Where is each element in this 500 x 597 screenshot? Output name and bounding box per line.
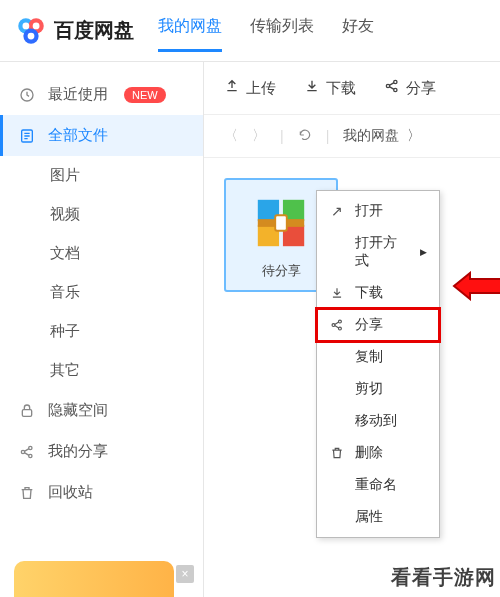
open-icon: ↗: [329, 203, 345, 219]
trash-icon: [18, 484, 36, 502]
menu-label: 移动到: [355, 412, 397, 430]
download-icon: [329, 286, 345, 300]
menu-rename[interactable]: 重命名: [317, 469, 439, 501]
download-label: 下载: [326, 79, 356, 98]
menu-label: 删除: [355, 444, 383, 462]
crumb-root: 我的网盘: [343, 127, 399, 145]
ad-banner[interactable]: [14, 561, 174, 597]
nav-back-icon[interactable]: 〈: [224, 127, 238, 145]
app-logo: 百度网盘: [14, 14, 134, 48]
svg-rect-20: [275, 215, 287, 230]
share-icon: [329, 318, 345, 332]
menu-label: 重命名: [355, 476, 397, 494]
svg-point-4: [33, 22, 40, 29]
ad-close-icon[interactable]: ×: [176, 565, 194, 583]
menu-label: 复制: [355, 348, 383, 366]
toolbar: 上传 下载 分享: [204, 62, 500, 115]
svg-point-5: [28, 32, 35, 39]
share-button[interactable]: 分享: [384, 78, 436, 98]
sidebar-label-my-share: 我的分享: [48, 442, 108, 461]
menu-open-with[interactable]: 打开方式: [317, 227, 439, 277]
sidebar-sub-images[interactable]: 图片: [0, 156, 203, 195]
sidebar-sub-music[interactable]: 音乐: [0, 273, 203, 312]
sidebar-label-hidden: 隐藏空间: [48, 401, 108, 420]
menu-label: 剪切: [355, 380, 383, 398]
menu-label: 打开: [355, 202, 383, 220]
upload-icon: [224, 78, 240, 98]
share-icon: [18, 443, 36, 461]
sidebar-label-all-files: 全部文件: [48, 126, 108, 145]
list-icon: [18, 127, 36, 145]
menu-move-to[interactable]: 移动到: [317, 405, 439, 437]
refresh-icon[interactable]: [298, 128, 312, 145]
download-button[interactable]: 下载: [304, 78, 356, 98]
menu-label: 属性: [355, 508, 383, 526]
menu-open[interactable]: ↗ 打开: [317, 195, 439, 227]
tab-my-disk[interactable]: 我的网盘: [158, 10, 222, 52]
sidebar-item-recent[interactable]: 最近使用 NEW: [0, 74, 203, 115]
trash-icon: [329, 446, 345, 460]
menu-properties[interactable]: 属性: [317, 501, 439, 533]
nav-forward-icon[interactable]: 〉: [252, 127, 266, 145]
svg-rect-8: [22, 409, 31, 416]
upload-label: 上传: [246, 79, 276, 98]
watermark: 看看手游网: [391, 564, 496, 591]
sidebar-item-recycle[interactable]: 回收站: [0, 472, 203, 513]
menu-label: 打开方式: [355, 234, 410, 270]
chevron-right-icon: 〉: [407, 127, 421, 145]
svg-point-3: [23, 22, 30, 29]
lock-icon: [18, 402, 36, 420]
sidebar-sub-video[interactable]: 视频: [0, 195, 203, 234]
main-tabs: 我的网盘 传输列表 好友: [158, 10, 374, 52]
sidebar: 最近使用 NEW 全部文件 图片 视频 文档 音乐 种子 其它 隐藏空间 我的分…: [0, 62, 204, 597]
tab-transfers[interactable]: 传输列表: [250, 10, 314, 52]
annotation-arrow-icon: [452, 271, 500, 304]
clock-icon: [18, 86, 36, 104]
divider: |: [326, 128, 330, 144]
sidebar-item-all-files[interactable]: 全部文件: [0, 115, 203, 156]
main-panel: 上传 下载 分享 〈 〉 | | 我: [204, 62, 500, 597]
menu-delete[interactable]: 删除: [317, 437, 439, 469]
sidebar-sub-other[interactable]: 其它: [0, 351, 203, 390]
sidebar-item-my-share[interactable]: 我的分享: [0, 431, 203, 472]
sidebar-sub-docs[interactable]: 文档: [0, 234, 203, 273]
logo-icon: [14, 14, 48, 48]
sidebar-label-recent: 最近使用: [48, 85, 108, 104]
header: 百度网盘 我的网盘 传输列表 好友: [0, 0, 500, 62]
breadcrumb-bar: 〈 〉 | | 我的网盘 〉: [204, 115, 500, 158]
menu-label: 分享: [355, 316, 383, 334]
file-grid: 待分享 ↗ 打开 打开方式 下载: [204, 158, 500, 597]
divider: |: [280, 128, 284, 144]
tab-friends[interactable]: 好友: [342, 10, 374, 52]
new-badge: NEW: [124, 87, 166, 103]
upload-button[interactable]: 上传: [224, 78, 276, 98]
share-label: 分享: [406, 79, 436, 98]
share-icon: [384, 78, 400, 98]
file-name: 待分享: [262, 262, 301, 280]
menu-download[interactable]: 下载: [317, 277, 439, 309]
menu-copy[interactable]: 复制: [317, 341, 439, 373]
context-menu: ↗ 打开 打开方式 下载 分享: [316, 190, 440, 538]
menu-share[interactable]: 分享: [317, 309, 439, 341]
archive-icon: [252, 194, 310, 252]
sidebar-sub-torrent[interactable]: 种子: [0, 312, 203, 351]
logo-text: 百度网盘: [54, 17, 134, 44]
menu-cut[interactable]: 剪切: [317, 373, 439, 405]
sidebar-item-hidden[interactable]: 隐藏空间: [0, 390, 203, 431]
breadcrumb[interactable]: 我的网盘 〉: [343, 127, 421, 145]
sidebar-label-recycle: 回收站: [48, 483, 93, 502]
menu-label: 下载: [355, 284, 383, 302]
download-icon: [304, 78, 320, 98]
